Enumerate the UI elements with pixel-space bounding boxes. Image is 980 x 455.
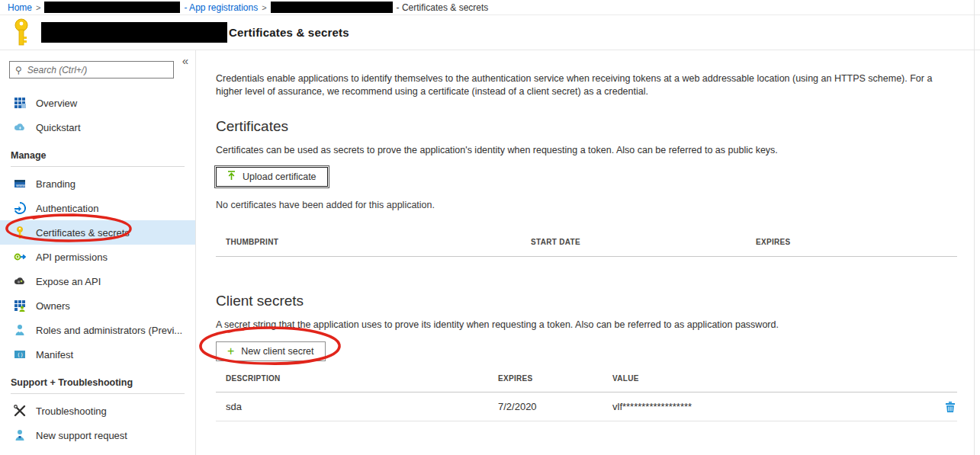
- sidebar-item-label: Manifest: [36, 349, 73, 360]
- page-header: Certificates & secrets: [0, 15, 980, 50]
- new-client-secret-button[interactable]: + New client secret: [216, 341, 326, 361]
- col-expires: EXPIRES: [756, 238, 957, 246]
- secret-expires: 7/2/2020: [498, 401, 612, 412]
- section-header: Manage: [0, 150, 195, 161]
- col-thumbprint: THUMBPRINT: [226, 238, 531, 246]
- expose-api-icon: [14, 275, 26, 287]
- section-divider: [11, 166, 185, 167]
- breadcrumb: Home > - App registrations > - Certifica…: [0, 0, 980, 15]
- certificates-description: Certificates can be used as secrets to p…: [216, 145, 957, 155]
- search-input[interactable]: [27, 65, 168, 75]
- breadcrumb-home-link[interactable]: Home: [8, 2, 32, 13]
- col-expires: EXPIRES: [498, 374, 612, 383]
- owners-icon: [14, 300, 26, 312]
- client-secrets-table-header: DESCRIPTION EXPIRES VALUE: [216, 374, 957, 393]
- sidebar-item-certificates-secrets[interactable]: Certificates & secrets: [0, 220, 195, 245]
- scroll-track-divider[interactable]: [974, 0, 975, 455]
- sidebar-item-api-permissions[interactable]: API permissions: [0, 245, 195, 269]
- certificates-heading: Certificates: [216, 118, 957, 135]
- azure-portal-page: Home > - App registrations > - Certifica…: [0, 0, 980, 455]
- breadcrumb-separator: >: [262, 3, 266, 12]
- sidebar-nav: Overview Quickstart Manage: [0, 91, 195, 447]
- secret-value: vlf******************: [612, 401, 927, 412]
- sidebar-search[interactable]: ⚲: [9, 61, 174, 79]
- sidebar-item-overview[interactable]: Overview: [0, 91, 195, 115]
- client-secret-row: sda 7/2/2020 vlf******************: [216, 393, 957, 421]
- sidebar-item-authentication[interactable]: Authentication: [0, 196, 195, 220]
- new-client-secret-label: New client secret: [241, 346, 313, 357]
- sidebar-item-quickstart[interactable]: Quickstart: [0, 115, 195, 139]
- plus-icon: +: [227, 345, 234, 357]
- col-start-date: START DATE: [531, 238, 756, 246]
- sidebar-item-roles-administrators[interactable]: Roles and administrators (Previ...: [0, 318, 195, 342]
- sidebar-item-troubleshooting[interactable]: Troubleshooting: [0, 399, 195, 423]
- secret-description: sda: [226, 401, 498, 412]
- sidebar-item-label: Overview: [36, 98, 77, 109]
- sidebar-item-label: Branding: [36, 178, 76, 190]
- breadcrumb-current-page: - Certificates & secrets: [397, 2, 489, 13]
- sidebar-item-label: Quickstart: [36, 122, 81, 133]
- client-secrets-heading: Client secrets: [216, 293, 957, 309]
- no-certificates-message: No certificates have been added for this…: [216, 200, 957, 210]
- key-icon: [14, 226, 26, 239]
- trash-icon: [945, 401, 956, 413]
- svg-text:(): (): [17, 352, 23, 358]
- key-icon: [12, 18, 32, 47]
- svg-text:www: www: [15, 183, 25, 187]
- breadcrumb-app-registrations-link[interactable]: - App registrations: [184, 2, 258, 13]
- sidebar-item-label: Owners: [36, 300, 70, 312]
- main-content: Credentials enable applications to ident…: [196, 50, 980, 455]
- upload-certificate-label: Upload certificate: [243, 171, 316, 182]
- redacted-app-name: [271, 2, 393, 13]
- authentication-icon: [14, 202, 26, 214]
- sidebar-item-new-support-request[interactable]: New support request: [0, 423, 195, 447]
- section-divider: [11, 393, 185, 394]
- breadcrumb-separator: >: [36, 3, 40, 12]
- delete-secret-button[interactable]: [945, 401, 956, 413]
- sidebar: « ⚲ Overview: [0, 50, 196, 455]
- sidebar-item-label: New support request: [36, 430, 127, 441]
- credentials-intro-text: Credentials enable applications to ident…: [216, 72, 957, 98]
- api-permissions-icon: [14, 251, 26, 263]
- redacted-directory-name: [44, 2, 180, 13]
- sidebar-item-label: Authentication: [36, 203, 98, 214]
- certificates-table-header: THUMBPRINT START DATE EXPIRES: [216, 238, 957, 257]
- support-request-icon: [14, 429, 26, 441]
- overview-grid-icon: [14, 97, 26, 109]
- sidebar-item-label: Expose an API: [36, 276, 101, 287]
- col-value: VALUE: [612, 374, 927, 383]
- page-title: Certificates & secrets: [229, 26, 349, 39]
- sidebar-item-branding[interactable]: www Branding: [0, 171, 195, 196]
- sidebar-item-label: Troubleshooting: [36, 405, 107, 417]
- upload-icon: [227, 171, 236, 183]
- sidebar-section-manage: Manage: [0, 150, 195, 167]
- branding-icon: www: [14, 178, 26, 190]
- client-secrets-description: A secret string that the application use…: [216, 319, 957, 330]
- sidebar-collapse-icon[interactable]: «: [182, 55, 188, 66]
- manifest-icon: (): [14, 348, 26, 360]
- sidebar-section-support: Support + Troubleshooting: [0, 377, 195, 394]
- roles-icon: [14, 324, 26, 336]
- quickstart-cloud-icon: [14, 121, 26, 133]
- search-icon: ⚲: [15, 65, 22, 75]
- upload-certificate-button[interactable]: Upload certificate: [216, 167, 328, 187]
- sidebar-item-manifest[interactable]: () Manifest: [0, 342, 195, 367]
- sidebar-item-owners[interactable]: Owners: [0, 293, 195, 318]
- sidebar-item-label: Certificates & secrets: [36, 227, 130, 239]
- redacted-app-title: [41, 22, 227, 43]
- section-header: Support + Troubleshooting: [0, 377, 195, 388]
- sidebar-item-label: Roles and administrators (Previ...: [36, 325, 182, 336]
- sidebar-item-label: API permissions: [36, 252, 108, 263]
- troubleshooting-icon: [14, 405, 26, 417]
- col-description: DESCRIPTION: [226, 374, 498, 383]
- sidebar-item-expose-an-api[interactable]: Expose an API: [0, 269, 195, 293]
